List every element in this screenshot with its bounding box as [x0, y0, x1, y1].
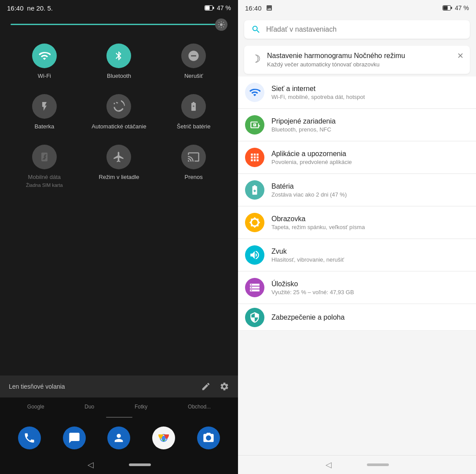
tile-batterysaver[interactable]: Šetrič batérie [156, 87, 231, 138]
cast-icon [187, 151, 200, 163]
settings-item-apps[interactable]: Aplikácie a upozornenia Povolenia, predv… [238, 142, 476, 174]
storage-title: Úložisko [271, 280, 354, 288]
settings-item-connected[interactable]: Pripojené zariadenia Bluetooth, prenos, … [238, 109, 476, 141]
time-right: 16:40 [245, 4, 262, 12]
dock-camera[interactable] [197, 427, 220, 449]
nav-bar-right: ◁ [238, 455, 476, 474]
svg-rect-2 [213, 7, 214, 9]
battery-left: 47 % [217, 4, 231, 11]
screenshot-icon [265, 4, 273, 11]
settings-text-storage: Úložisko Využité: 25 % – voľné: 47,93 GB [271, 280, 354, 295]
settings-icon[interactable] [220, 382, 229, 391]
tile-bluetooth[interactable]: Bluetooth [82, 36, 157, 87]
svg-line-9 [223, 26, 224, 27]
chrome-icon [156, 430, 172, 446]
tile-wifi[interactable]: Wi-Fi [7, 36, 82, 87]
battery-icon-right [443, 5, 452, 11]
tile-label-batterysaver: Šetrič batérie [177, 123, 211, 131]
svg-line-10 [223, 22, 224, 23]
svg-rect-17 [451, 7, 452, 9]
settings-icon-connected [245, 115, 264, 135]
tile-icon-wifi [32, 44, 57, 68]
edit-icon[interactable] [201, 382, 211, 391]
dock-chrome[interactable] [152, 427, 175, 449]
shortcut-photos[interactable]: Fotky [135, 404, 147, 410]
app-shortcuts: Google Duo Fotky Obchod... [7, 402, 231, 412]
tile-mobiledata[interactable]: Mobilné dáta Žiadna SIM karta [7, 138, 82, 195]
settings-icon-sound [245, 245, 264, 265]
dock-messages[interactable] [63, 427, 86, 449]
battery-right: 47 % [455, 4, 469, 11]
settings-icon-display [245, 213, 264, 232]
tile-label-bluetooth: Bluetooth [107, 73, 131, 80]
tile-airplane[interactable]: Režim v lietadle [82, 138, 157, 195]
dock-contacts[interactable] [107, 427, 130, 449]
display-title: Obrazovka [271, 215, 365, 223]
tile-icon-cast [181, 145, 206, 169]
tile-cast[interactable]: Prenos [156, 138, 231, 195]
mobile-data-icon [39, 151, 50, 163]
phone-icon [23, 432, 36, 444]
settings-item-battery[interactable]: Batéria Zostáva viac ako 2 dni (47 %) [238, 174, 476, 206]
night-mode-icon: ☽ [251, 53, 261, 65]
shortcut-store[interactable]: Obchod... [188, 404, 211, 410]
nav-bar-left: ◁ [0, 456, 238, 474]
settings-text-apps: Aplikácie a upozornenia Povolenia, predv… [271, 150, 352, 165]
settings-text-battery: Batéria Zostáva viac ako 2 dni (47 %) [271, 182, 347, 198]
settings-item-display[interactable]: Obrazovka Tapeta, režim spánku, veľkosť … [238, 207, 476, 239]
tile-dnd[interactable]: Nerušiť [156, 36, 231, 87]
tile-label-dnd: Nerušiť [184, 73, 203, 80]
tile-flashlight[interactable]: Baterka [7, 87, 82, 138]
brightness-icon [249, 217, 260, 228]
tile-label-airplane: Režim v lietadle [99, 174, 139, 181]
tile-label-flashlight: Baterka [34, 123, 54, 131]
settings-icon-storage [245, 278, 264, 297]
svg-rect-1 [205, 6, 210, 10]
battery-title: Batéria [271, 182, 347, 190]
shortcut-duo[interactable]: Duo [84, 404, 94, 410]
tile-icon-bluetooth [106, 44, 131, 68]
network-subtitle: Wi-Fi, mobilné, spotreba dát, hotspot [271, 94, 365, 100]
dock-phone[interactable] [18, 427, 41, 449]
settings-text-sound: Zvuk Hlasitosť, vibrovanie, nerušiť [271, 248, 344, 263]
settings-item-sound[interactable]: Zvuk Hlasitosť, vibrovanie, nerušiť [238, 239, 476, 271]
battery-plus-icon [188, 100, 199, 113]
display-subtitle: Tapeta, režim spánku, veľkosť písma [271, 224, 365, 230]
home-button-right[interactable] [367, 463, 389, 466]
settings-item-network[interactable]: Sieť a internet Wi-Fi, mobilné, spotreba… [238, 77, 476, 109]
contacts-icon [113, 432, 125, 444]
settings-list: Sieť a internet Wi-Fi, mobilné, spotreba… [238, 77, 476, 455]
tile-sublabel-mobiledata: Žiadna SIM karta [26, 182, 63, 188]
quick-tiles: Wi-Fi Bluetooth Nerušiť [0, 33, 238, 199]
status-bar-right: 16:40 47 % [238, 0, 476, 16]
night-mode-title: Nastavenie harmonogramu Nočného režimu [267, 52, 405, 60]
bottom-bar: Len tiesňové volania [0, 376, 238, 397]
back-button-right[interactable]: ◁ [326, 460, 332, 470]
shortcut-google[interactable]: Google [27, 404, 44, 410]
airplane-icon [113, 151, 125, 163]
settings-item-security[interactable]: Zabezpečenie a poloha [238, 304, 476, 331]
brightness-track[interactable] [11, 24, 227, 25]
night-mode-card[interactable]: ☽ Nastavenie harmonogramu Nočného režimu… [244, 46, 470, 74]
home-button-left[interactable] [129, 463, 151, 466]
battery-subtitle: Zostáva viac ako 2 dni (47 %) [271, 191, 347, 198]
time-left: 16:40 [7, 4, 24, 12]
status-right-left: 47 % [205, 4, 231, 11]
brightness-row[interactable] [0, 16, 238, 33]
search-input[interactable] [266, 26, 463, 33]
search-bar[interactable] [244, 20, 470, 39]
settings-text-network: Sieť a internet Wi-Fi, mobilné, spotreba… [271, 85, 365, 100]
back-button-left[interactable]: ◁ [88, 460, 94, 470]
network-title: Sieť a internet [271, 85, 365, 93]
settings-icon-apps [245, 148, 264, 167]
settings-item-storage[interactable]: Úložisko Využité: 25 % – voľné: 47,93 GB [238, 272, 476, 304]
bottom-bar-icons [201, 382, 229, 391]
tile-autorotate[interactable]: Automatické otáčanie [82, 87, 157, 138]
status-right-right: 47 % [443, 4, 469, 11]
brightness-thumb[interactable] [215, 18, 227, 31]
storage-icon [249, 282, 260, 293]
apps-subtitle: Povolenia, predvolené aplikácie [271, 159, 352, 165]
settings-icon-battery [245, 180, 264, 200]
devices-icon [249, 119, 260, 131]
night-mode-close[interactable]: ✕ [457, 51, 464, 61]
